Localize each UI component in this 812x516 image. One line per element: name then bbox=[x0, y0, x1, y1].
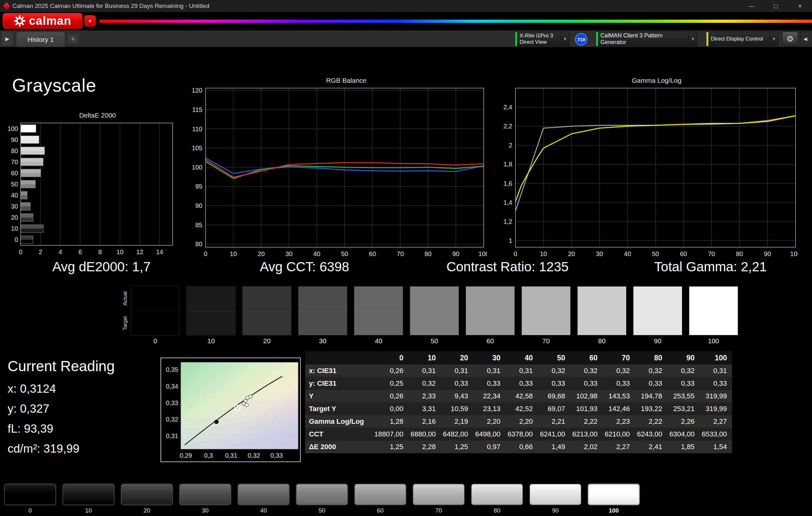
settings-button[interactable]: ⚙ bbox=[782, 32, 798, 46]
pattern-level-button-30[interactable] bbox=[179, 484, 231, 505]
svg-text:40: 40 bbox=[624, 250, 631, 257]
pattern-accent-bar bbox=[596, 32, 598, 46]
table-cell: 2,23 bbox=[603, 415, 635, 428]
calman-logo: calman bbox=[3, 13, 83, 29]
pattern-level-button-40[interactable] bbox=[238, 484, 290, 505]
close-button[interactable]: × bbox=[788, 0, 812, 12]
swatch-patch bbox=[131, 286, 180, 335]
table-cell: 0,31 bbox=[505, 364, 538, 377]
table-cell: 0,33 bbox=[570, 377, 603, 390]
table-cell: 2,22 bbox=[570, 415, 603, 428]
swatch-level-label: 80 bbox=[577, 337, 627, 345]
panel-expand-button[interactable]: ▶ bbox=[2, 32, 13, 45]
pattern-level-button-100[interactable] bbox=[588, 484, 640, 505]
table-cell: 0,32 bbox=[603, 364, 635, 377]
table-cell: 0,33 bbox=[635, 377, 667, 390]
svg-text:2,4: 2,4 bbox=[503, 104, 512, 111]
svg-text:1,2: 1,2 bbox=[503, 218, 512, 225]
svg-text:12: 12 bbox=[136, 248, 143, 255]
measurement-table: 0102030405060708090100 x: CIE310,260,310… bbox=[305, 351, 732, 453]
table-row: CCT18807,006880,006482,006498,006378,006… bbox=[305, 428, 732, 441]
svg-text:0,35: 0,35 bbox=[166, 366, 178, 373]
table-row: Target Y0,003,3110,5923,1342,5269,07101,… bbox=[305, 402, 732, 415]
display-control-label: Direct Display Control bbox=[706, 36, 770, 42]
table-row: Gamma Log/Log1,282,162,192,202,202,212,2… bbox=[305, 415, 732, 428]
table-cell: 1,85 bbox=[667, 441, 700, 453]
maximize-button[interactable]: □ bbox=[764, 0, 788, 12]
table-cell: 1,28 bbox=[374, 415, 409, 428]
pattern-level-button-20[interactable] bbox=[121, 484, 173, 505]
summary-row: Avg dE2000: 1,7 Avg CCT: 6398 Contrast R… bbox=[0, 259, 812, 279]
minimize-button[interactable]: — bbox=[740, 0, 764, 12]
svg-text:0,33: 0,33 bbox=[166, 399, 178, 406]
table-cell: 2,21 bbox=[538, 415, 570, 428]
rgb-chart-title: RGB Balance bbox=[178, 77, 487, 86]
swatch-patch bbox=[633, 286, 682, 335]
display-control-dropdown[interactable]: Direct Display Control ▼ bbox=[706, 32, 778, 46]
svg-text:40: 40 bbox=[11, 192, 18, 199]
swatch-patch bbox=[577, 286, 627, 335]
table-cell: 6498,00 bbox=[473, 428, 505, 441]
pattern-generator-dropdown[interactable]: CalMAN Client 3 Pattern Generator ▼ bbox=[596, 32, 697, 46]
pattern-level: 80 bbox=[471, 484, 523, 514]
pattern-level-button-80[interactable] bbox=[471, 484, 523, 505]
table-cell: 0,00 bbox=[374, 402, 409, 415]
pattern-level-button-60[interactable] bbox=[354, 484, 406, 505]
table-cell: 42,52 bbox=[505, 402, 538, 415]
pattern-level-button-10[interactable] bbox=[62, 484, 115, 505]
gamma-chart-title: Gamma Log/Log bbox=[489, 77, 798, 86]
tab-history-1[interactable]: History 1 bbox=[17, 32, 65, 47]
grayscale-swatch-row: 0102030405060708090100 bbox=[131, 286, 738, 345]
pattern-level-button-90[interactable] bbox=[529, 484, 581, 505]
svg-text:80: 80 bbox=[425, 250, 431, 257]
svg-text:30: 30 bbox=[286, 250, 292, 257]
table-cell: 0,33 bbox=[667, 377, 700, 390]
table-cell: 6378,00 bbox=[505, 428, 538, 441]
svg-text:80: 80 bbox=[195, 241, 202, 247]
svg-text:95: 95 bbox=[195, 183, 202, 190]
svg-text:0: 0 bbox=[204, 250, 207, 257]
table-cell: 0,31 bbox=[473, 364, 505, 377]
table-cell: 6210,00 bbox=[603, 428, 635, 441]
table-cell: 0,33 bbox=[700, 377, 732, 390]
pattern-level-button-50[interactable] bbox=[296, 484, 348, 505]
swatch-patch bbox=[466, 286, 515, 335]
pattern-level-button-0[interactable] bbox=[4, 484, 56, 505]
target-axis-label: Target bbox=[121, 311, 129, 336]
calman-gear-icon bbox=[13, 15, 26, 27]
rainbow-gradient-strip bbox=[99, 20, 812, 23]
table-cell: 42,58 bbox=[505, 390, 538, 402]
gear-icon: ⚙ bbox=[786, 34, 793, 44]
titlebar: Calman 2025 Calman Ultimate for Business… bbox=[0, 0, 812, 12]
table-cell: 2,28 bbox=[409, 441, 441, 453]
table-cell: 2,41 bbox=[635, 441, 667, 453]
pattern-level: 30 bbox=[179, 484, 231, 514]
pattern-level: 100 bbox=[588, 484, 640, 514]
chevron-down-icon: ▼ bbox=[689, 32, 697, 46]
svg-text:85: 85 bbox=[195, 221, 202, 229]
table-row-label: Y bbox=[305, 390, 374, 402]
svg-text:70: 70 bbox=[397, 250, 404, 257]
table-cell: 6482,00 bbox=[441, 428, 473, 441]
meter-dropdown[interactable]: X-Rite i1Pro 3 Direct View ▼ bbox=[515, 32, 569, 46]
svg-text:0,34: 0,34 bbox=[166, 383, 178, 390]
table-column-header: 90 bbox=[667, 351, 700, 364]
table-cell: 0,33 bbox=[473, 377, 505, 390]
svg-text:0,31: 0,31 bbox=[166, 432, 178, 439]
table-cell: 193,22 bbox=[635, 402, 667, 415]
pattern-level-button-70[interactable] bbox=[413, 484, 465, 505]
panel-collapse-button[interactable]: ◀ bbox=[800, 32, 811, 46]
svg-text:0,32: 0,32 bbox=[248, 452, 260, 459]
table-cell: 0,31 bbox=[409, 364, 441, 377]
chevron-down-icon: ▼ bbox=[88, 19, 92, 24]
add-tab-button[interactable]: + bbox=[68, 34, 78, 44]
table-cell: 6533,00 bbox=[700, 428, 732, 441]
bottom-bar: 0102030405060708090100 ▲ ■ ▶ ⊡ ∞ ↻ « Bac… bbox=[0, 482, 812, 516]
avg-cct-stat: Avg CCT: 6398 bbox=[203, 259, 406, 279]
table-column-header: 20 bbox=[441, 351, 473, 364]
table-row: ΔE 20001,252,281,250,970,661,492,022,272… bbox=[305, 441, 732, 453]
chevron-left-icon: ◀ bbox=[804, 36, 807, 42]
table-cell: 2,22 bbox=[635, 415, 667, 428]
calman-menu-button[interactable]: ▼ bbox=[84, 15, 96, 27]
cie-chart: 0,290,30,310,320,330,310,320,330,340,35 bbox=[161, 358, 301, 462]
